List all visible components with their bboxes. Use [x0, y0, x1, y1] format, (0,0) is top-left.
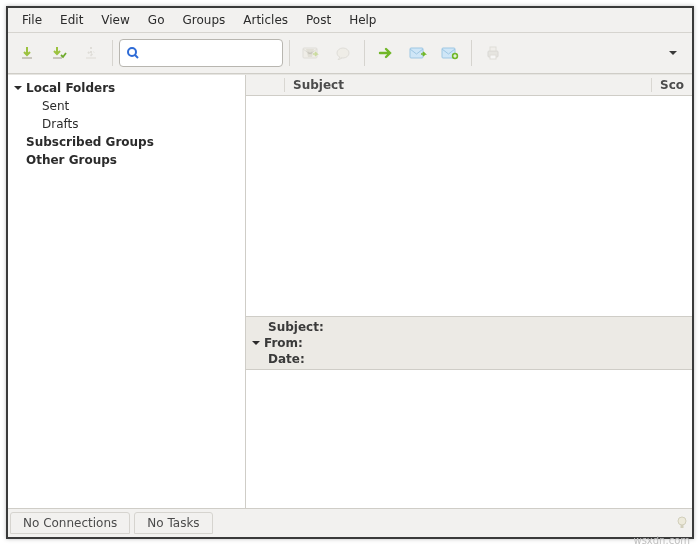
toolbar-overflow-button[interactable] [658, 38, 688, 68]
collapse-icon[interactable] [252, 339, 260, 347]
printer-icon [485, 45, 501, 61]
tree-label: Local Folders [26, 81, 115, 95]
toolbar-sep-1 [112, 40, 113, 66]
tree-local-folders[interactable]: Local Folders [8, 79, 245, 97]
svg-rect-11 [490, 55, 496, 59]
message-area: Subject Sco Subject: From: Date: [246, 75, 692, 508]
tree-drafts[interactable]: Drafts [8, 115, 245, 133]
preview-header: Subject: From: Date: [246, 317, 692, 370]
app-window: File Edit View Go Groups Articles Post H… [6, 6, 694, 539]
svg-point-5 [337, 48, 349, 58]
tree-sent[interactable]: Sent [8, 97, 245, 115]
download-arrow-check-icon [51, 45, 67, 61]
svg-rect-1 [53, 57, 62, 59]
col-subject[interactable]: Subject [284, 78, 652, 92]
next-unread-button[interactable] [371, 38, 401, 68]
print-button[interactable] [478, 38, 508, 68]
lightbulb-icon [676, 515, 688, 531]
message-list-header[interactable]: Subject Sco [246, 75, 692, 96]
menu-help[interactable]: Help [341, 10, 384, 30]
svg-rect-2 [86, 57, 96, 59]
menu-edit[interactable]: Edit [52, 10, 91, 30]
preview-from-label: From: [264, 336, 303, 350]
tree-label: Subscribed Groups [26, 135, 154, 149]
menu-groups[interactable]: Groups [174, 10, 233, 30]
mail-add-icon [441, 46, 459, 60]
next-unread-thread-button[interactable] [403, 38, 433, 68]
reply-icon [302, 46, 320, 60]
menu-articles[interactable]: Articles [235, 10, 296, 30]
tree-label: Other Groups [26, 153, 117, 167]
search-field[interactable] [119, 39, 283, 67]
menu-file[interactable]: File [14, 10, 50, 30]
folder-tree[interactable]: Local Folders Sent Drafts Subscribed Gro… [8, 75, 246, 508]
preview-subject-label: Subject: [268, 320, 324, 334]
get-bodies-button[interactable] [76, 38, 106, 68]
col-score[interactable]: Sco [652, 78, 692, 92]
status-tasks[interactable]: No Tasks [134, 512, 212, 534]
mail-next-icon [409, 46, 427, 60]
get-headers-selected-button[interactable] [44, 38, 74, 68]
followup-icon [335, 46, 351, 60]
preview-date-label: Date: [268, 352, 305, 366]
chevron-down-icon [667, 47, 679, 59]
next-unread-group-button[interactable] [435, 38, 465, 68]
search-input[interactable] [144, 45, 298, 61]
download-dotted-icon [83, 45, 99, 61]
tree-label: Sent [42, 99, 69, 113]
toolbar [8, 33, 692, 74]
watermark: wsxdn.com [633, 535, 690, 545]
svg-rect-13 [681, 525, 684, 528]
download-arrow-icon [19, 45, 35, 61]
preview-body[interactable] [246, 370, 692, 508]
get-headers-button[interactable] [12, 38, 42, 68]
arrow-right-icon [378, 47, 394, 59]
statusbar: No Connections No Tasks [8, 508, 692, 537]
search-icon [126, 46, 140, 60]
menu-view[interactable]: View [93, 10, 137, 30]
menu-post[interactable]: Post [298, 10, 339, 30]
menubar: File Edit View Go Groups Articles Post H… [8, 8, 692, 33]
svg-rect-6 [410, 48, 423, 58]
tree-other-groups[interactable]: Other Groups [8, 151, 245, 169]
menu-go[interactable]: Go [140, 10, 173, 30]
followup-button[interactable] [328, 38, 358, 68]
svg-point-3 [128, 48, 136, 56]
toolbar-sep-2 [289, 40, 290, 66]
status-connections[interactable]: No Connections [10, 512, 130, 534]
message-list[interactable] [246, 96, 692, 317]
toolbar-sep-3 [364, 40, 365, 66]
tree-subscribed-groups[interactable]: Subscribed Groups [8, 133, 245, 151]
collapse-icon[interactable] [12, 84, 24, 92]
reply-button[interactable] [296, 38, 326, 68]
toolbar-sep-4 [471, 40, 472, 66]
svg-point-12 [678, 517, 686, 525]
svg-rect-4 [303, 48, 317, 58]
tree-label: Drafts [42, 117, 79, 131]
svg-rect-0 [22, 57, 32, 59]
tip-button[interactable] [672, 509, 692, 537]
main-body: Local Folders Sent Drafts Subscribed Gro… [8, 74, 692, 508]
svg-rect-10 [490, 47, 496, 51]
